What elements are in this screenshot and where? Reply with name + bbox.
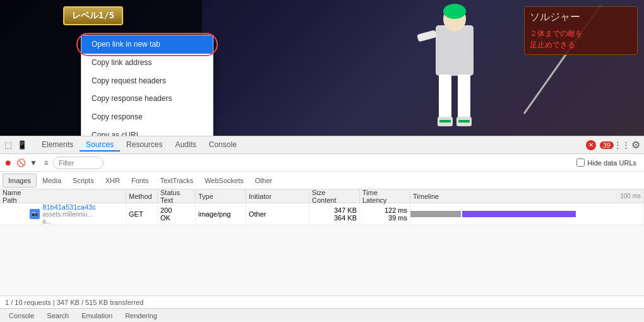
context-menu-copy-curl[interactable]: Copy as cURL <box>81 126 213 136</box>
devtools-panel: ⬚ 📱 Elements Sources Resources Audits Co… <box>0 136 644 322</box>
soldier-desc: ２体までの敵を 足止めできる <box>530 28 632 51</box>
col-initiator[interactable]: Initiator <box>246 189 309 203</box>
col-timeline[interactable]: Timeline 100 ms <box>410 189 644 203</box>
cell-type: image/png <box>196 203 246 224</box>
svg-rect-7 <box>439 120 451 122</box>
error-indicator: ✕ <box>586 140 596 150</box>
svg-point-2 <box>443 4 466 19</box>
time-value: 122 ms <box>362 206 407 214</box>
filter-images[interactable]: Images <box>3 174 37 188</box>
col-type[interactable]: Type <box>196 189 246 203</box>
table-header: NamePath Method StatusText Type Initiato… <box>0 189 644 203</box>
mobile-icon[interactable]: 📱 <box>16 140 28 151</box>
bottom-tab-rendering[interactable]: Rendering <box>119 311 164 321</box>
cell-status: 200 OK <box>158 203 196 224</box>
filter-icon[interactable]: ▼ <box>28 157 39 169</box>
svg-rect-9 <box>417 30 437 42</box>
size-value: 347 KB <box>312 206 357 214</box>
latency-value: 39 ms <box>362 214 407 222</box>
inspect-icon[interactable]: ⬚ <box>3 140 14 151</box>
context-menu: Open link in new tab Copy link address C… <box>81 35 213 136</box>
bottom-tab-emulation[interactable]: Emulation <box>75 311 119 321</box>
filter-media[interactable]: Media <box>37 174 67 188</box>
col-size[interactable]: SizeContent <box>309 189 360 203</box>
devtools-toolbar: ⬚ 📱 Elements Sources Resources Audits Co… <box>0 136 644 154</box>
search-input[interactable] <box>53 157 104 169</box>
level-badge: レベル1/5 <box>63 6 123 25</box>
filter-websockets[interactable]: WebSockets <box>199 174 249 188</box>
content-value: 364 KB <box>312 214 357 222</box>
list-icon[interactable]: ≡ <box>40 157 52 169</box>
game-area: レベル1/5 ソルジャー ２体までの敵を 足止めできる Open link <box>0 0 644 136</box>
cell-size: 347 KB 364 KB <box>309 203 360 224</box>
tab-console[interactable]: Console <box>203 139 243 152</box>
context-menu-open-new-tab[interactable]: Open link in new tab <box>81 35 213 54</box>
cell-time: 122 ms 39 ms <box>360 203 410 224</box>
filter-tabs: Images Media Scripts XHR Fonts TextTrack… <box>0 172 644 189</box>
error-count-badge: 39 <box>600 141 614 149</box>
file-name[interactable]: 81b41a531ca43c <box>42 203 95 211</box>
hide-urls-section: Hide data URLs <box>576 158 636 167</box>
file-path: assets.millenniu... <box>42 211 95 218</box>
record-button[interactable]: ⏺ <box>3 157 14 169</box>
devtools-tabs: Elements Sources Resources Audits Consol… <box>35 139 243 152</box>
bottom-tabs: Console Search Emulation Rendering <box>0 308 644 322</box>
col-name[interactable]: NamePath <box>0 189 126 203</box>
timeline-waiting-bar <box>410 211 461 217</box>
col-time[interactable]: TimeLatency <box>360 189 410 203</box>
tab-resources[interactable]: Resources <box>120 139 169 152</box>
context-menu-copy-req-headers[interactable]: Copy request headers <box>81 72 213 90</box>
cell-name: 📷 81b41a531ca43c assets.millenniu... a..… <box>0 203 126 224</box>
file-icon: 📷 <box>30 209 40 219</box>
settings-icon[interactable]: ⚙ <box>630 140 641 151</box>
context-menu-copy-response[interactable]: Copy response <box>81 108 213 126</box>
tab-elements[interactable]: Elements <box>35 139 80 152</box>
table-row[interactable]: 📷 81b41a531ca43c assets.millenniu... a..… <box>0 203 644 225</box>
bottom-tab-console[interactable]: Console <box>3 311 40 321</box>
cell-initiator: Other <box>246 203 309 224</box>
svg-rect-8 <box>458 120 470 122</box>
col-method[interactable]: Method <box>126 189 158 203</box>
hide-urls-label: Hide data URLs <box>587 159 636 167</box>
file-extra: a... <box>42 218 95 225</box>
filter-scripts[interactable]: Scripts <box>67 174 100 188</box>
col-status[interactable]: StatusText <box>158 189 196 203</box>
cell-method: GET <box>126 203 158 224</box>
filter-other[interactable]: Other <box>249 174 278 188</box>
soldier-card: ソルジャー ２体までの敵を 足止めできる <box>524 6 638 55</box>
bottom-tab-search[interactable]: Search <box>40 311 75 321</box>
timeline-scale: 100 ms <box>620 193 641 200</box>
filter-fonts[interactable]: Fonts <box>126 174 155 188</box>
status-bar: 1 / 10 requests | 347 KB / 515 KB transf… <box>0 295 644 308</box>
svg-rect-0 <box>436 25 474 76</box>
status-text: OK <box>160 214 193 222</box>
status-text: 1 / 10 requests | 347 KB / 515 KB transf… <box>5 299 143 306</box>
timeline-receiving-bar <box>462 211 576 217</box>
network-toolbar: ⏺ 🚫 ▼ ≡ Hide data URLs <box>0 154 644 172</box>
context-menu-copy-link[interactable]: Copy link address <box>81 54 213 72</box>
tab-audits[interactable]: Audits <box>169 139 202 152</box>
cell-timeline <box>410 203 644 224</box>
tab-sources[interactable]: Sources <box>80 139 120 152</box>
clear-button[interactable]: 🚫 <box>15 157 27 169</box>
dock-icon[interactable]: ⋮⋮ <box>616 140 628 151</box>
status-code: 200 <box>160 206 193 214</box>
context-menu-copy-resp-headers[interactable]: Copy response headers <box>81 90 213 108</box>
soldier-title: ソルジャー <box>530 11 632 24</box>
filter-xhr[interactable]: XHR <box>100 174 126 188</box>
hide-urls-checkbox[interactable] <box>576 158 585 167</box>
filter-texttracks[interactable]: TextTracks <box>154 174 199 188</box>
